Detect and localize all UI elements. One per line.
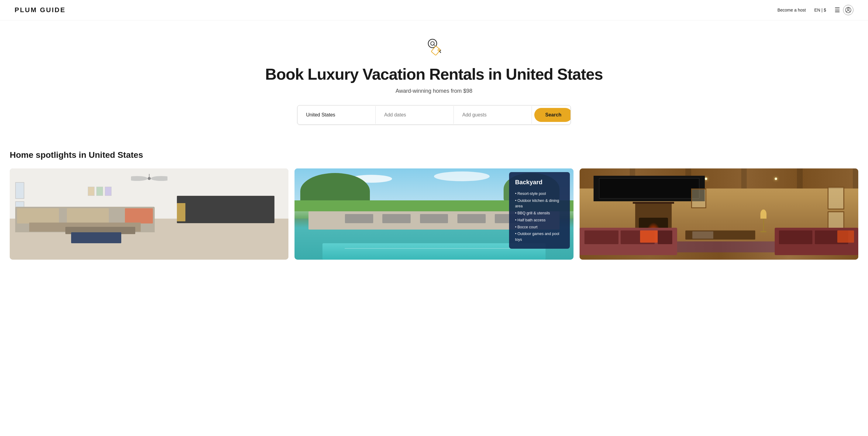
guests-input[interactable]: [454, 106, 532, 124]
lr-lamp: [177, 203, 185, 221]
lr-tv: [177, 196, 274, 223]
badge-item-3: BBQ grill & utensils: [515, 210, 564, 217]
search-button[interactable]: Search: [534, 108, 571, 122]
spotlights-section: Home spotlights in United States: [0, 136, 868, 269]
svg-point-1: [847, 8, 849, 10]
cabin-window-mid: [691, 188, 706, 208]
user-avatar-icon: [843, 5, 854, 15]
keys-icon: M: [422, 35, 446, 59]
header-menu-button[interactable]: ☰: [835, 5, 854, 15]
become-host-link[interactable]: Become a host: [777, 8, 806, 12]
badge-item-1: Resort-style pool: [515, 190, 564, 197]
cabin-scene: [580, 169, 858, 260]
hero-title: Book Luxury Vacation Rentals in United S…: [7, 65, 861, 84]
badge-item-5: Bocce court: [515, 224, 564, 231]
hero-section: M Book Luxury Vacation Rentals in United…: [0, 20, 868, 136]
cabin-tv: [594, 176, 705, 201]
svg-point-10: [148, 177, 151, 180]
badge-item-4: Half bath access: [515, 217, 564, 224]
spotlight-card-1[interactable]: [10, 169, 288, 260]
backyard-badge-title: Backyard: [515, 178, 564, 187]
spotlights-title: Home spotlights in United States: [10, 150, 858, 160]
ceiling-fan-icon: [93, 176, 205, 181]
badge-item-2: Outdoor kitchen & dining area: [515, 197, 564, 210]
spotlight-card-2[interactable]: Backyard Resort-style pool Outdoor kitch…: [294, 169, 573, 260]
dates-input[interactable]: [376, 106, 454, 124]
cabin-floor-lamp: [758, 209, 769, 232]
header: PLUM GUIDE Become a host EN | $ ☰: [0, 0, 868, 20]
spotlight-card-3[interactable]: [580, 169, 858, 260]
header-logo: PLUM GUIDE: [14, 6, 66, 14]
location-input[interactable]: [298, 106, 376, 124]
badge-item-6: Outdoor games and pool toys: [515, 230, 564, 243]
hero-subtitle: Award-winning homes from $98: [7, 88, 861, 94]
svg-point-11: [131, 176, 148, 181]
cabin-couch-right: [775, 228, 858, 255]
lang-currency-selector[interactable]: EN | $: [814, 8, 826, 12]
cabin-windows: [828, 187, 844, 234]
lr-artwork: [88, 187, 112, 196]
cabin-light-3: [775, 178, 777, 180]
backyard-badge: Backyard Resort-style pool Outdoor kitch…: [509, 172, 570, 249]
svg-point-12: [151, 176, 167, 181]
cabin-couch-left: [580, 228, 677, 255]
search-bar: Search: [297, 105, 571, 125]
pool-scene: Backyard Resort-style pool Outdoor kitch…: [294, 169, 573, 260]
header-right: Become a host EN | $ ☰: [777, 5, 854, 15]
backyard-badge-list: Resort-style pool Outdoor kitchen & dini…: [515, 190, 564, 243]
cabin-coffee-table: [685, 230, 755, 240]
spotlights-grid: Backyard Resort-style pool Outdoor kitch…: [10, 169, 858, 260]
lr-ottoman: [71, 232, 121, 243]
hamburger-icon: ☰: [835, 7, 840, 13]
